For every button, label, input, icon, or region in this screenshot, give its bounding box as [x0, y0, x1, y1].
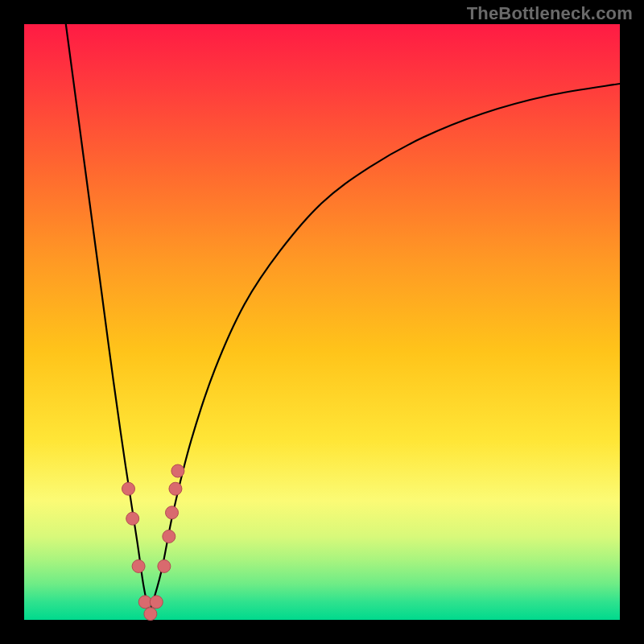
near-minimum-dots — [122, 464, 184, 621]
highlight-dot — [126, 512, 139, 525]
plot-area — [24, 24, 620, 620]
highlight-dot — [169, 482, 182, 495]
highlight-dot — [150, 596, 163, 609]
highlight-dot — [163, 530, 175, 543]
highlight-dot — [144, 608, 157, 621]
highlight-dot — [132, 559, 145, 572]
curve-layer — [24, 24, 620, 620]
highlight-dot — [122, 482, 135, 495]
watermark-text: TheBottleneck.com — [467, 3, 633, 24]
curve-left-branch — [66, 24, 150, 614]
chart-frame: TheBottleneck.com — [0, 0, 644, 644]
highlight-dot — [171, 464, 184, 477]
highlight-dot — [166, 506, 179, 519]
curve-right-branch — [149, 84, 620, 614]
highlight-dot — [158, 559, 171, 572]
